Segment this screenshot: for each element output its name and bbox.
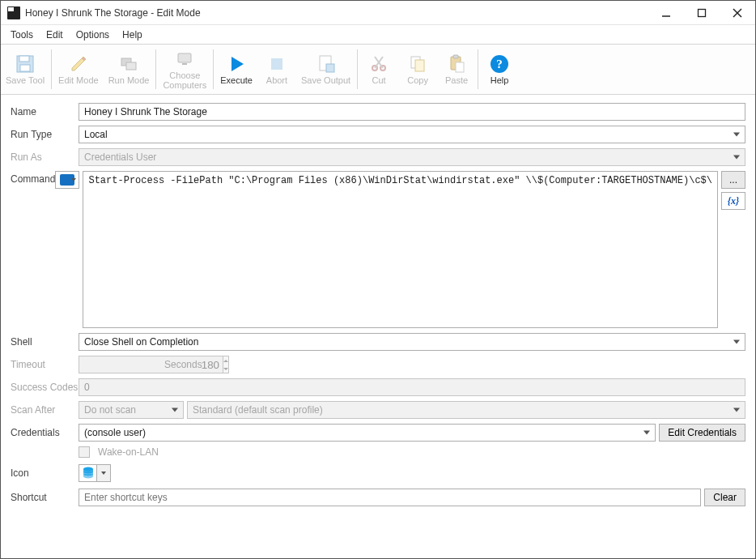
clear-button[interactable]: Clear [704,489,745,506]
timeout-label: Timeout [11,359,79,370]
name-label: Name [11,106,79,117]
success-codes-input [79,378,745,396]
execute-button[interactable]: Execute [215,46,257,92]
svg-rect-22 [415,60,424,71]
cut-button[interactable]: Cut [359,46,398,92]
window-buttons [648,1,755,24]
save-output-button[interactable]: Save Output [296,46,355,92]
menu-tools[interactable]: Tools [4,27,40,43]
syntax-type-selector[interactable] [55,171,79,189]
copy-icon [407,53,428,75]
credentials-label: Credentials [11,427,79,438]
credentials-combo[interactable]: (console user) [79,424,656,442]
play-icon [226,53,247,75]
paste-button[interactable]: Paste [437,46,476,92]
help-button[interactable]: ? Help [480,46,519,92]
chevron-down-icon[interactable] [96,464,111,482]
run-type-label: Run Type [11,129,79,140]
success-codes-label: Success Codes [11,382,79,393]
run-type-combo[interactable]: Local [79,126,745,143]
menu-options[interactable]: Options [70,27,116,43]
titlebar: Honey I Shrunk The Storage - Edit Mode [1,1,755,25]
minimize-button[interactable] [648,1,684,24]
scan-profile-combo: Standard (default scan profile) [187,401,745,419]
choose-computers-button[interactable]: Choose Computers [158,46,211,92]
svg-rect-5 [19,56,29,62]
svg-rect-16 [326,64,334,72]
save-output-icon [316,53,337,75]
toolbar: Save Tool Edit Mode Run Mode Choose Comp… [1,45,755,95]
shell-label: Shell [11,336,79,348]
app-icon [7,6,20,19]
edit-mode-button[interactable]: Edit Mode [53,46,104,92]
command-label: Command [11,171,55,185]
icon-selector[interactable] [79,464,111,482]
help-icon: ? [489,53,510,75]
svg-rect-14 [271,58,282,70]
abort-button[interactable]: Abort [257,46,296,92]
maximize-button[interactable] [684,1,720,24]
run-mode-icon [118,53,139,75]
paste-icon [446,53,467,75]
command-browse-button[interactable]: ... [721,171,745,189]
shell-combo[interactable]: Close Shell on Completion [79,333,745,351]
powershell-icon [60,174,74,186]
svg-text:?: ? [496,58,503,70]
svg-marker-13 [231,57,244,71]
save-tool-button[interactable]: Save Tool [1,46,49,92]
icon-label: Icon [11,467,79,479]
timeout-spinner [79,356,159,373]
scan-after-combo: Do not scan [79,401,184,419]
pencil-icon [68,53,89,75]
svg-rect-10 [126,62,136,70]
svg-marker-7 [72,58,84,70]
wake-on-lan-checkbox [79,446,90,458]
computers-icon [174,49,195,70]
form: Name Honey I Shrunk The Storage Run Type… [1,95,755,514]
wake-on-lan-label: Wake-on-LAN [98,446,159,458]
window-title: Honey I Shrunk The Storage - Edit Mode [25,7,648,19]
shortcut-input[interactable] [79,489,701,506]
timeout-unit: Seconds [164,359,202,370]
command-textarea[interactable]: Start-Process -FilePath "C:\Program File… [83,171,718,328]
stop-icon [266,53,287,75]
run-as-label: Run As [11,151,79,163]
edit-credentials-button[interactable]: Edit Credentials [659,424,745,442]
scan-after-label: Scan After [11,404,79,416]
menubar: Tools Edit Options Help [1,25,755,45]
scissors-icon [368,53,389,75]
database-icon [81,466,96,480]
run-mode-button[interactable]: Run Mode [104,46,155,92]
shortcut-label: Shortcut [11,492,79,503]
svg-rect-12 [182,63,187,65]
menu-help[interactable]: Help [116,27,149,43]
svg-rect-11 [178,53,191,62]
svg-rect-24 [453,55,458,58]
close-button[interactable] [720,1,755,24]
copy-button[interactable]: Copy [398,46,437,92]
run-as-combo: Credentials User [79,148,745,166]
save-icon [15,53,36,75]
svg-rect-6 [20,65,30,71]
command-variables-button[interactable]: {x} [721,192,745,210]
svg-rect-1 [699,9,706,16]
svg-rect-25 [456,62,464,72]
name-input[interactable]: Honey I Shrunk The Storage [79,103,745,121]
menu-edit[interactable]: Edit [40,27,70,43]
